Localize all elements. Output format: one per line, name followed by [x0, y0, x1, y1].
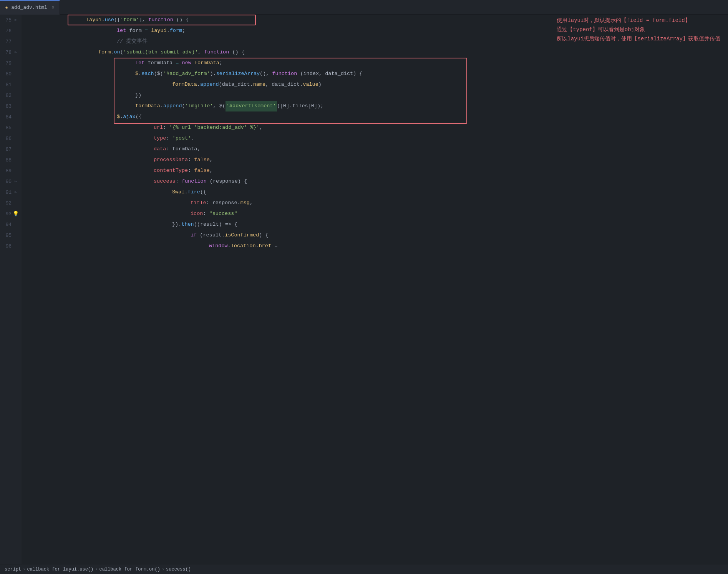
gutter-92: [13, 200, 18, 206]
gutter-80: [13, 71, 18, 77]
gutter-row-91: 91 ⊳: [0, 187, 22, 198]
gutter-row-78: 78 ⊳: [0, 47, 22, 58]
code-line-91: Swal.fire({: [25, 187, 728, 198]
code-line-87: data: formData,: [25, 144, 728, 155]
status-script: script: [5, 567, 21, 572]
gutter-88: [13, 157, 18, 163]
code-line-85: url: '{% url 'backend:add_adv' %}',: [25, 122, 728, 133]
code-line-88: processData: false,: [25, 155, 728, 165]
gutter-row-87: 87: [0, 144, 22, 155]
code-line-89: contentType: false,: [25, 165, 728, 176]
gutter-row-83: 83: [0, 101, 22, 111]
code-line-86: type: 'post',: [25, 133, 728, 144]
active-tab[interactable]: ◈ add_adv.html ×: [0, 0, 60, 15]
fold-icon-75[interactable]: ⊳: [13, 17, 18, 23]
gutter-row-93: 93 💡: [0, 208, 22, 219]
code-line-82: }): [25, 90, 728, 101]
code-line-96: window.location.href =: [25, 241, 728, 251]
gutter-89: [13, 168, 18, 173]
code-line-80: $.each($('#add_adv_form').serializeArray…: [25, 68, 728, 79]
tab-bar: ◈ add_adv.html ×: [0, 0, 728, 15]
editor-wrapper: 75 ⊳ 76 77 78 ⊳: [0, 15, 728, 574]
code-line-95: if (result.isConfirmed) {: [25, 230, 728, 241]
gutter-87: [13, 146, 18, 152]
status-form-on: callback for form.on(): [99, 567, 160, 572]
gutter-86: [13, 136, 18, 141]
fold-icon-91[interactable]: ⊳: [13, 190, 18, 195]
comment-line-2: 通过【typeof】可以看到是obj对象: [557, 25, 720, 35]
close-tab-button[interactable]: ×: [52, 5, 55, 10]
code-line-92: title: response.msg,: [25, 198, 728, 208]
gutter-row-86: 86: [0, 133, 22, 144]
gutter-row-85: 85: [0, 122, 22, 133]
gutter-76: [13, 28, 18, 33]
code-line-84: $.ajax({: [25, 111, 728, 122]
gutter-row-89: 89: [0, 165, 22, 176]
gutter-row-81: 81: [0, 79, 22, 90]
gutter-row-92: 92: [0, 198, 22, 208]
gutter-82: [13, 93, 18, 98]
tab-filename: add_adv.html: [11, 5, 47, 10]
gutter-81: [13, 82, 18, 87]
status-success: success(): [166, 567, 191, 572]
code-line-83: formData.append('imgFile', $('#advertise…: [25, 101, 728, 111]
gutter-94: [13, 222, 18, 227]
gutter-row-90: 90 ⊳: [0, 176, 22, 187]
gutter-row-88: 88: [0, 155, 22, 165]
gutter-row-77: 77: [0, 36, 22, 47]
bulb-icon-93[interactable]: 💡: [13, 211, 18, 216]
gutter-85: [13, 125, 18, 130]
gutter-row-95: 95: [0, 230, 22, 241]
gutter-row-80: 80: [0, 68, 22, 79]
gutter-79: [13, 60, 18, 66]
gutter-row-84: 84: [0, 111, 22, 122]
status-layui-use: callback for layui.use(): [27, 567, 93, 572]
comment-panel: 使用layui时，默认提示的【field = form.field】 通过【ty…: [557, 16, 720, 43]
gutter-95: [13, 233, 18, 238]
gutter-row-76: 76: [0, 25, 22, 36]
code-content[interactable]: layui.use(['form'], function () { let fo…: [22, 15, 728, 564]
code-line-79: let formData = new FormData;: [25, 58, 728, 68]
gutter-row-96: 96: [0, 241, 22, 251]
gutter-row-82: 82: [0, 90, 22, 101]
line-numbers: 75 ⊳ 76 77 78 ⊳: [0, 15, 22, 564]
comment-line-3: 所以layui想后端传值时，使用【serializeArray】获取值并传值: [557, 35, 720, 44]
code-line-93: icon: "success": [25, 208, 728, 219]
gutter-row-79: 79: [0, 58, 22, 68]
code-line-81: formData.append(data_dict.name, data_dic…: [25, 79, 728, 90]
gutter-row-94: 94: [0, 219, 22, 230]
code-line-78: form.on('submit(btn_submit_adv)', functi…: [25, 47, 728, 58]
code-line-90: success: function (response) {: [25, 176, 728, 187]
comment-line-1: 使用layui时，默认提示的【field = form.field】: [557, 16, 720, 25]
gutter-77: [13, 39, 18, 44]
gutter-96: [13, 243, 18, 249]
fold-icon-78[interactable]: ⊳: [13, 50, 18, 55]
gutter-row-75: 75 ⊳: [0, 15, 22, 25]
code-area: 75 ⊳ 76 77 78 ⊳: [0, 15, 728, 564]
editor: 75 ⊳ 76 77 78 ⊳: [0, 15, 728, 564]
code-line-94: }).then((result) => {: [25, 219, 728, 230]
gutter-84: [13, 114, 18, 120]
gutter-83: [13, 103, 18, 109]
status-bar: script › callback for layui.use() › call…: [0, 564, 728, 574]
fold-icon-90[interactable]: ⊳: [13, 179, 18, 184]
file-icon: ◈: [5, 5, 8, 10]
